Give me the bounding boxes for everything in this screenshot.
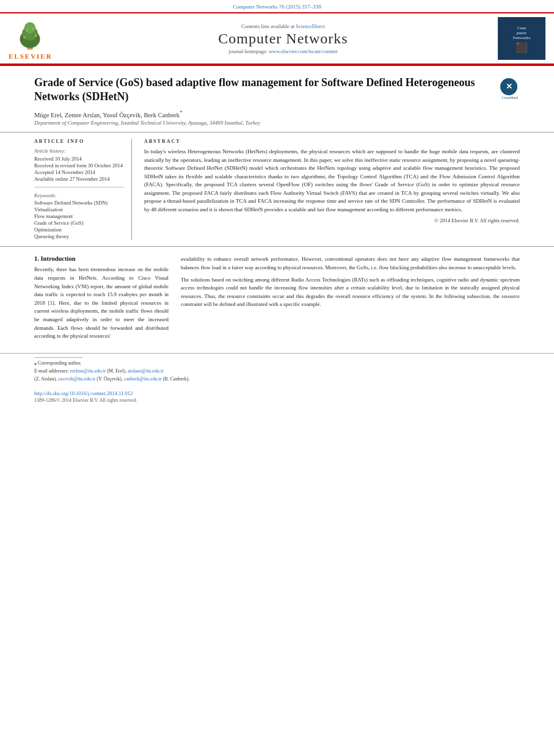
journal-homepage: journal homepage: www.elsevier.com/locat…: [82, 48, 484, 54]
intro-para-1: Recently, there has been tremendous incr…: [34, 266, 169, 341]
email-erel[interactable]: erelmu@itu.edu.tr: [70, 368, 106, 374]
email-label: E-mail addresses:: [34, 368, 69, 374]
crossmark-badge[interactable]: ✕ CrossMark: [500, 78, 520, 100]
keywords-label: Keywords:: [34, 192, 124, 198]
two-col-body: 1. Introduction Recently, there has been…: [34, 255, 520, 344]
elsevier-logo: ELSEVIER: [9, 18, 76, 60]
abstract-col: ABSTRACT In today's wireless Heterogeneo…: [144, 139, 520, 240]
svg-point-3: [24, 22, 35, 33]
accepted-date: Accepted 14 November 2014: [34, 169, 124, 175]
introduction-heading: 1. Introduction: [34, 255, 169, 262]
footnote-section: ⁎ Corresponding author. E-mail addresses…: [0, 353, 554, 386]
svg-point-4: [23, 36, 26, 38]
svg-point-7: [32, 27, 34, 29]
body-right-col: availability to enhance overall network …: [181, 255, 520, 344]
keyword-1: Software Defined Networks (SDN): [34, 200, 124, 206]
article-info-abstract-section: ARTICLE INFO Article history: Received 1…: [0, 132, 554, 240]
article-title-section: Grade of Service (GoS) based adaptive fl…: [0, 66, 554, 132]
journal-reference: Computer Networks 76 (2015) 317–330: [0, 0, 554, 12]
elsevier-tree-icon: [9, 18, 51, 51]
article-authors: Müge Erel, Zemre Arslan, Yusuf Özçevik, …: [34, 109, 494, 118]
email-addresses: E-mail addresses: erelmu@itu.edu.tr (M. …: [34, 368, 520, 383]
journal-info-center: Contents lists available at ScienceDirec…: [82, 23, 484, 54]
journal-header: ELSEVIER Contents lists available at Sci…: [0, 12, 554, 64]
article-info-heading: ARTICLE INFO: [34, 139, 124, 144]
email-canberk[interactable]: canberk@itu.edu.tr: [124, 376, 162, 382]
intro-para-1-text: Recently, there has been tremendous incr…: [34, 266, 169, 339]
authors-text: Müge Erel, Zemre Arslan, Yusuf Özçevik, …: [34, 111, 180, 118]
doi-link[interactable]: http://dx.doi.org/10.1016/j.comnet.2014.…: [34, 390, 133, 396]
article-title-text: Grade of Service (GoS) based adaptive fl…: [34, 76, 494, 126]
article-title: Grade of Service (GoS) based adaptive fl…: [34, 76, 494, 104]
elsevier-logo-area: ELSEVIER: [9, 18, 76, 60]
body-section: 1. Introduction Recently, there has been…: [0, 246, 554, 351]
available-date: Available online 27 November 2014: [34, 176, 124, 182]
email-ozcevik[interactable]: ozcevik@itu.edu.tr: [58, 376, 95, 382]
article-affiliation: Department of Computer Engineering, Ista…: [34, 120, 494, 126]
abstract-text: In today's wireless Heterogeneous Networ…: [144, 148, 520, 214]
intro-para-right-2: The solutions based on switching among d…: [181, 276, 520, 310]
crossmark-icon: ✕: [500, 78, 517, 95]
keyword-6: Queueing theory: [34, 233, 124, 239]
contents-available-text: Contents lists available at ScienceDirec…: [82, 23, 484, 29]
svg-point-6: [26, 29, 28, 31]
doi-footer: http://dx.doi.org/10.1016/j.comnet.2014.…: [0, 386, 554, 404]
corresponding-author-note: ⁎ Corresponding author.: [34, 360, 520, 366]
article-info-col: ARTICLE INFO Article history: Received 1…: [34, 139, 132, 240]
copyright-line: © 2014 Elsevier B.V. All rights reserved…: [144, 217, 520, 224]
science-direct-link[interactable]: ScienceDirect: [296, 23, 325, 29]
journal-cover: ComputerNetworks ⬛: [490, 17, 545, 60]
email-arslan[interactable]: arslanz@itu.edu.tr: [128, 368, 164, 374]
keyword-4: Grade of Service (GoS): [34, 220, 124, 226]
info-divider: [34, 187, 124, 187]
elsevier-text: ELSEVIER: [9, 53, 53, 60]
received-date-1: Received 10 July 2014: [34, 156, 124, 162]
journal-reference-link[interactable]: Computer Networks 76 (2015) 317–330: [233, 4, 321, 10]
keyword-5: Optimization: [34, 227, 124, 233]
homepage-link[interactable]: www.elsevier.com/locate/comnet: [269, 48, 338, 54]
intro-para-right-1: availability to enhance overall network …: [181, 255, 520, 272]
received-date-2: Received in revised form 30 October 2014: [34, 162, 124, 169]
corresponding-star: *: [180, 109, 183, 115]
svg-point-5: [34, 34, 37, 37]
issn-line: 1389-1286/© 2014 Elsevier B.V. All right…: [34, 398, 520, 403]
journal-cover-image: ComputerNetworks ⬛: [498, 17, 545, 60]
history-label: Article history:: [34, 148, 124, 154]
abstract-heading: ABSTRACT: [144, 139, 520, 144]
body-left-col: 1. Introduction Recently, there has been…: [34, 255, 169, 344]
keyword-3: Flow management: [34, 213, 124, 219]
keyword-2: Virtualization: [34, 206, 124, 213]
footnote-divider: [34, 357, 83, 358]
journal-title: Computer Networks: [82, 31, 484, 47]
